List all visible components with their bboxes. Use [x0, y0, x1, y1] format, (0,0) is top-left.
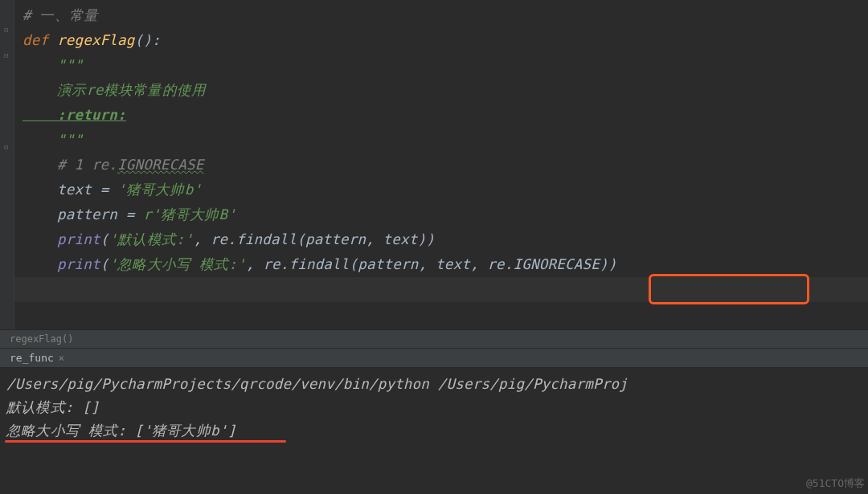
close-icon[interactable]: ×: [59, 353, 64, 364]
code-line[interactable]: def regexFlag():: [19, 28, 868, 53]
run-tab-label: re_func: [10, 352, 54, 364]
code-line[interactable]: """: [19, 128, 868, 153]
fold-marker-icon[interactable]: ⊟: [4, 51, 8, 59]
console-line: 忽略大小写 模式: ['猪哥大帅b']: [6, 419, 862, 443]
watermark: @51CTO博客: [806, 476, 865, 491]
code-line[interactable]: pattern = r'猪哥大帅B': [19, 202, 868, 227]
annotation-underline: [5, 440, 286, 443]
run-tab[interactable]: re_func ×: [5, 350, 69, 365]
fold-marker-icon[interactable]: ⊟: [4, 26, 8, 34]
code-line[interactable]: print('忽略大小写 模式:', re.findall(pattern, t…: [19, 252, 868, 277]
console-line: 默认模式: []: [6, 396, 862, 419]
run-tab-bar: re_func ×: [0, 349, 868, 368]
breadcrumb-bar: regexFlag(): [0, 329, 868, 349]
code-line[interactable]: :return:: [19, 103, 868, 128]
code-editor[interactable]: ⊟ ⊟ ⊟ # 一、常量 def regexFlag(): """ 演示re模块…: [0, 0, 868, 329]
code-line[interactable]: """: [19, 53, 868, 78]
console-line: /Users/pig/PycharmProjects/qrcode/venv/b…: [6, 373, 862, 396]
code-area[interactable]: # 一、常量 def regexFlag(): """ 演示re模块常量的使用 …: [0, 0, 868, 277]
code-line[interactable]: # 1 re.IGNORECASE: [19, 153, 868, 178]
code-line[interactable]: 演示re模块常量的使用: [19, 78, 868, 103]
breadcrumb-function[interactable]: regexFlag(): [10, 333, 73, 345]
code-line[interactable]: # 一、常量: [19, 3, 868, 28]
gutter: ⊟ ⊟ ⊟: [0, 0, 14, 329]
fold-marker-icon[interactable]: ⊟: [4, 143, 8, 151]
code-line[interactable]: print('默认模式:', re.findall(pattern, text)…: [19, 227, 868, 252]
code-line[interactable]: text = '猪哥大帅b': [19, 178, 868, 202]
annotation-highlight-box: [649, 274, 809, 304]
run-console[interactable]: /Users/pig/PycharmProjects/qrcode/venv/b…: [0, 368, 868, 446]
